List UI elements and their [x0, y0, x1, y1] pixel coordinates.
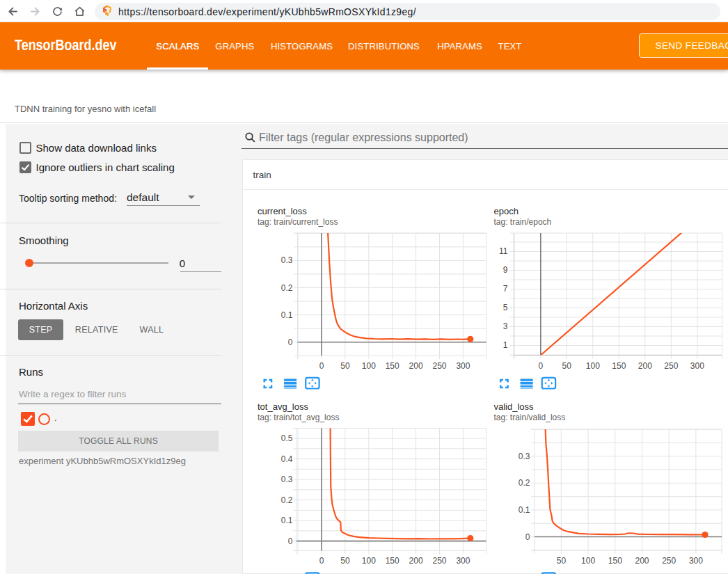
svg-text:250: 250 — [432, 556, 446, 566]
svg-text:5: 5 — [503, 303, 508, 312]
svg-text:200: 200 — [638, 361, 652, 371]
svg-text:0.2: 0.2 — [281, 283, 293, 293]
svg-text:0: 0 — [288, 536, 293, 546]
svg-text:0.2: 0.2 — [281, 495, 293, 505]
svg-text:0.1: 0.1 — [281, 516, 293, 525]
svg-text:0: 0 — [319, 556, 324, 566]
svg-text:0.3: 0.3 — [281, 255, 293, 265]
svg-text:150: 150 — [386, 361, 399, 371]
svg-text:0.3: 0.3 — [281, 475, 293, 484]
svg-text:50: 50 — [562, 361, 572, 371]
svg-text:0: 0 — [288, 337, 293, 347]
svg-text:250: 250 — [662, 556, 676, 566]
svg-text:150: 150 — [612, 361, 626, 371]
svg-text:300: 300 — [690, 361, 704, 371]
svg-text:0.3: 0.3 — [519, 452, 530, 461]
svg-text:50: 50 — [340, 556, 350, 566]
svg-text:100: 100 — [581, 556, 595, 566]
svg-text:300: 300 — [456, 556, 470, 566]
svg-text:0.4: 0.4 — [281, 454, 293, 464]
svg-text:0: 0 — [538, 361, 543, 371]
svg-text:0: 0 — [525, 532, 530, 542]
svg-text:150: 150 — [386, 556, 399, 566]
svg-text:1: 1 — [503, 340, 508, 350]
svg-text:50: 50 — [557, 556, 567, 566]
svg-text:0.1: 0.1 — [281, 310, 293, 320]
svg-text:50: 50 — [340, 361, 350, 371]
svg-text:0.2: 0.2 — [519, 478, 530, 488]
svg-text:3: 3 — [503, 321, 508, 331]
svg-text:300: 300 — [689, 556, 703, 566]
svg-text:200: 200 — [409, 361, 423, 371]
svg-text:100: 100 — [586, 361, 600, 371]
svg-text:300: 300 — [456, 361, 470, 371]
svg-text:100: 100 — [362, 361, 376, 371]
svg-text:11: 11 — [499, 246, 508, 256]
svg-text:250: 250 — [432, 361, 446, 371]
svg-text:9: 9 — [503, 265, 508, 275]
svg-text:0.5: 0.5 — [281, 433, 293, 443]
svg-text:150: 150 — [608, 556, 622, 566]
svg-text:7: 7 — [503, 284, 508, 294]
svg-text:100: 100 — [362, 556, 376, 566]
svg-text:0.1: 0.1 — [519, 505, 530, 515]
svg-text:0: 0 — [319, 361, 324, 371]
svg-text:250: 250 — [664, 361, 678, 371]
svg-text:200: 200 — [409, 556, 423, 566]
svg-text:200: 200 — [635, 556, 649, 566]
